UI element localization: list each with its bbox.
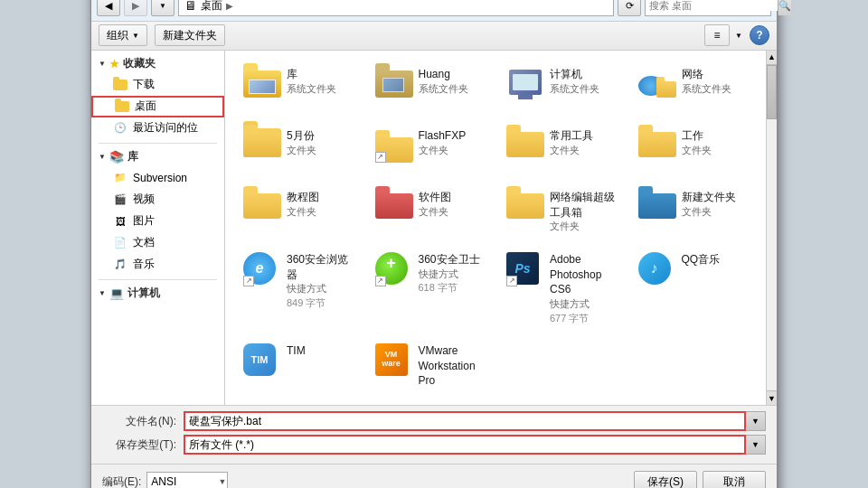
recent-icon: 🕒 [113, 121, 127, 136]
nav-item-download[interactable]: 下载 [91, 74, 224, 96]
network-thumb [638, 67, 675, 101]
library-thumb [243, 67, 279, 101]
nav-recent-label: 最近访问的位 [133, 120, 198, 136]
toolbar: 组织 ▼ 新建文件夹 ≡ ▼ ? [91, 22, 777, 51]
file-type: 文件夹 [419, 144, 486, 157]
file-info: 360安全卫士 快捷方式 618 字节 [419, 252, 486, 296]
computer-icon-nav: 💻 [109, 286, 124, 300]
list-item[interactable]: 网络 系统文件夹 [631, 61, 756, 116]
filetype-label: 保存类型(T): [102, 437, 184, 453]
shortcut-arrow-icon: ↗ [243, 276, 254, 286]
nav-item-video[interactable]: 🎬 视频 [91, 189, 224, 211]
file-type: 文件夹 [419, 205, 486, 219]
filename-dropdown-button[interactable]: ▼ [746, 411, 766, 431]
list-item[interactable]: 教程图 文件夹 [236, 184, 361, 239]
help-button[interactable]: ? [750, 25, 769, 45]
nav-item-doc[interactable]: 📄 文档 [91, 232, 224, 254]
list-item[interactable]: ♪ QQ音乐 [631, 247, 756, 331]
list-item[interactable]: e ↗ 360安全浏览器 快捷方式 849 字节 [236, 247, 361, 331]
library-label: 库 [127, 149, 138, 164]
folder-thumb [243, 128, 279, 163]
favorites-star-icon: ★ [109, 58, 119, 70]
file-type: 系统文件夹 [287, 82, 354, 96]
folder-thumb [243, 190, 279, 224]
filename-row: 文件名(N): ▼ [102, 411, 766, 431]
computer-label: 计算机 [127, 286, 160, 301]
picture-icon: 🖼 [113, 214, 127, 229]
nav-item-music[interactable]: 🎵 音乐 [91, 254, 224, 276]
recent-button[interactable]: ▼ [151, 0, 175, 16]
path-arrow: ▶ [226, 1, 233, 11]
action-area: 编码(E): ANSI UTF-8 Unicode ▼ 保存(S) 取消 [91, 464, 777, 488]
filetype-row: 保存类型(T): 所有文件 (*.*) ▼ [102, 435, 766, 455]
flashfxp-thumb: ↗ [375, 128, 411, 163]
nav-video-label: 视频 [133, 192, 155, 207]
organize-button[interactable]: 组织 ▼ [99, 24, 147, 46]
list-item[interactable]: + ↗ 360安全卫士 快捷方式 618 字节 [368, 247, 493, 331]
computer-thumb [506, 67, 542, 101]
file-info: 新建文件夹 文件夹 [682, 190, 749, 219]
list-item[interactable]: 常用工具 文件夹 [499, 123, 624, 177]
nav-music-label: 音乐 [133, 257, 155, 272]
list-item[interactable]: 网络编辑超级工具箱 文件夹 [499, 184, 624, 239]
nav-item-subversion[interactable]: 📁 Subversion [91, 167, 224, 189]
list-item[interactable]: 工作 文件夹 [631, 123, 756, 177]
file-grid-panel: 库 系统文件夹 [225, 51, 766, 406]
filetype-dropdown-button[interactable]: ▼ [746, 435, 766, 455]
forward-button[interactable]: ▶ [124, 0, 147, 16]
file-type: 文件夹 [550, 144, 617, 157]
doc-icon: 📄 [113, 236, 127, 250]
list-item[interactable]: Ps ↗ Adobe Photoshop CS6 快捷方式 677 字节 [499, 247, 624, 331]
scrollbar[interactable]: ▲ ▼ [766, 51, 777, 406]
search-input[interactable] [646, 0, 778, 11]
list-item[interactable]: TIM TIM [236, 338, 361, 394]
file-info: 软件图 文件夹 [419, 190, 486, 219]
file-name: 新建文件夹 [682, 190, 749, 205]
nav-item-desktop[interactable]: 桌面 [91, 96, 224, 117]
filetype-select-wrapper: 所有文件 (*.*) [184, 435, 746, 455]
nav-download-label: 下载 [133, 77, 155, 92]
list-item[interactable]: 库 系统文件夹 [236, 61, 361, 116]
nav-item-picture[interactable]: 🖼 图片 [91, 211, 224, 232]
list-item[interactable]: ↗ FlashFXP 文件夹 [368, 123, 493, 177]
file-name: VMware Workstation Pro [419, 343, 486, 389]
new-folder-label: 新建文件夹 [163, 28, 217, 43]
folder-thumb [506, 190, 542, 224]
file-info: 网络编辑超级工具箱 文件夹 [550, 190, 617, 234]
file-type: 文件夹 [550, 220, 617, 233]
refresh-button[interactable]: ⟳ [618, 0, 641, 16]
tim-thumb: TIM [243, 343, 279, 378]
filename-input[interactable] [184, 411, 746, 431]
nav-item-recent[interactable]: 🕒 最近访问的位 [91, 117, 224, 139]
list-item[interactable]: 5月份 文件夹 [236, 123, 361, 177]
list-item[interactable]: Huang 系统文件夹 [368, 61, 493, 116]
file-type: 系统文件夹 [550, 82, 617, 96]
nav-picture-label: 图片 [133, 213, 155, 229]
ps-thumb: Ps ↗ [506, 252, 542, 286]
computer-section-header[interactable]: ▼ 💻 计算机 [91, 284, 224, 304]
save-button[interactable]: 保存(S) [634, 471, 697, 488]
back-button[interactable]: ◀ [97, 0, 120, 16]
file-info: 计算机 系统文件夹 [550, 67, 617, 96]
file-info: 工作 文件夹 [682, 128, 749, 157]
left-panel: ▼ ★ 收藏夹 下载 桌面 🕒 最近访问的位 [91, 51, 225, 406]
filetype-select[interactable]: 所有文件 (*.*) [184, 435, 746, 455]
search-button[interactable]: 🔍 [778, 0, 791, 15]
new-folder-button[interactable]: 新建文件夹 [155, 24, 225, 46]
file-name: Adobe Photoshop CS6 [550, 252, 617, 297]
list-item[interactable]: 软件图 文件夹 [368, 184, 493, 239]
view-button[interactable]: ≡ [704, 24, 730, 46]
music-icon: 🎵 [113, 258, 127, 272]
favorites-expand-icon: ▼ [99, 60, 106, 68]
library-section-header[interactable]: ▼ 📚 库 [91, 147, 224, 167]
encoding-select[interactable]: ANSI UTF-8 Unicode [146, 472, 228, 488]
favorites-section-header[interactable]: ▼ ★ 收藏夹 [91, 54, 224, 74]
list-item[interactable]: VMware VMware Workstation Pro [368, 338, 493, 394]
file-size: 618 字节 [419, 281, 486, 295]
list-item[interactable]: 新建文件夹 文件夹 [631, 184, 756, 239]
cancel-button[interactable]: 取消 [703, 471, 766, 488]
file-info: TIM [287, 343, 354, 359]
list-item[interactable]: 计算机 系统文件夹 [499, 61, 624, 116]
file-name: 工作 [682, 128, 749, 144]
file-size: 677 字节 [550, 312, 617, 325]
